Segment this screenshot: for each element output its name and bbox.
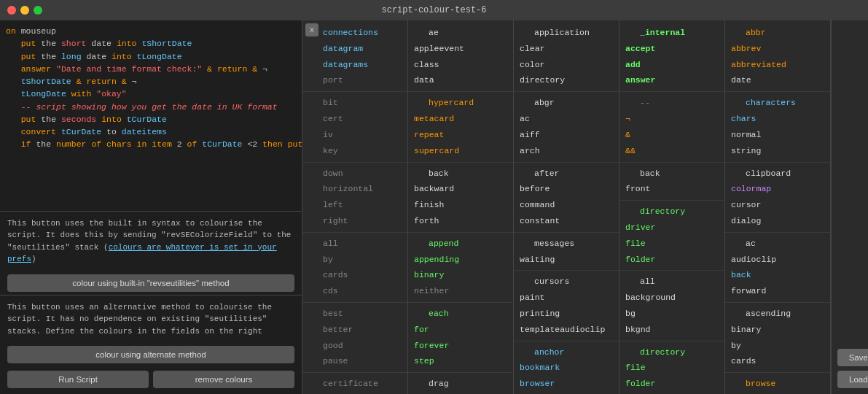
- list-item[interactable]: after: [514, 166, 619, 182]
- list-item[interactable]: normal: [725, 127, 830, 143]
- list-item[interactable]: datagrams: [302, 57, 407, 73]
- list-item[interactable]: abbreviated: [725, 57, 830, 73]
- list-item[interactable]: forward: [725, 283, 830, 299]
- list-item[interactable]: data: [408, 72, 513, 88]
- list-item[interactable]: front: [619, 181, 724, 197]
- list-item[interactable]: folder: [619, 252, 724, 268]
- list-item[interactable]: cursors: [514, 274, 619, 290]
- list-item[interactable]: arch: [514, 143, 619, 159]
- list-item[interactable]: abbr: [725, 25, 830, 41]
- list-item[interactable]: best: [302, 306, 407, 322]
- run-script-button[interactable]: Run Script: [7, 371, 149, 388]
- list-item[interactable]: directory: [619, 344, 724, 360]
- list-item[interactable]: appleevent: [408, 41, 513, 57]
- list-item[interactable]: &&: [619, 143, 724, 159]
- list-item[interactable]: cursor: [725, 197, 830, 213]
- list-item[interactable]: directory: [514, 72, 619, 88]
- list-item[interactable]: horizontal: [302, 181, 407, 197]
- list-item[interactable]: iv: [302, 127, 407, 143]
- window-controls[interactable]: [7, 6, 42, 15]
- list-item[interactable]: folder: [619, 376, 724, 392]
- list-item[interactable]: &: [619, 127, 724, 143]
- list-item[interactable]: forever: [408, 338, 513, 354]
- list-item[interactable]: good: [302, 338, 407, 354]
- list-item[interactable]: constant: [514, 213, 619, 229]
- list-item[interactable]: cds: [302, 283, 407, 299]
- remove-colours-button[interactable]: remove colours: [153, 371, 294, 388]
- list-item[interactable]: certificate: [302, 376, 407, 392]
- list-item[interactable]: cert: [302, 111, 407, 127]
- list-item[interactable]: audioclip: [725, 252, 830, 268]
- list-item[interactable]: cards: [725, 353, 830, 369]
- list-item[interactable]: pause: [302, 353, 407, 369]
- alternate-method-button[interactable]: colour using alternate method: [7, 346, 294, 363]
- close-button[interactable]: [7, 6, 16, 15]
- list-item[interactable]: cards: [302, 267, 407, 283]
- list-item[interactable]: dialog: [725, 213, 830, 229]
- list-item[interactable]: file: [619, 236, 724, 252]
- list-item[interactable]: clipboard: [725, 166, 830, 182]
- list-item[interactable]: date: [725, 72, 830, 88]
- list-item[interactable]: answer: [619, 72, 724, 88]
- minimize-button[interactable]: [20, 6, 29, 15]
- list-item[interactable]: back: [619, 166, 724, 182]
- list-item[interactable]: directory: [619, 204, 724, 220]
- list-item[interactable]: paint: [514, 290, 619, 306]
- x-button[interactable]: x: [305, 23, 318, 36]
- list-item[interactable]: finish: [408, 197, 513, 213]
- list-item[interactable]: for: [408, 322, 513, 338]
- list-item[interactable]: browser: [514, 376, 619, 392]
- list-item[interactable]: before: [514, 181, 619, 197]
- list-item[interactable]: port: [302, 72, 407, 88]
- list-item[interactable]: step: [408, 353, 513, 369]
- maximize-button[interactable]: [34, 6, 42, 15]
- list-item[interactable]: ascending: [725, 306, 830, 322]
- list-item[interactable]: browse: [725, 376, 830, 392]
- list-item[interactable]: command: [514, 197, 619, 213]
- list-item[interactable]: abgr: [514, 95, 619, 111]
- list-item[interactable]: forth: [408, 213, 513, 229]
- list-item[interactable]: key: [302, 143, 407, 159]
- list-item[interactable]: driver: [619, 220, 724, 236]
- list-item[interactable]: supercard: [408, 143, 513, 159]
- list-item[interactable]: right: [302, 213, 407, 229]
- list-item[interactable]: templateaudioclip: [514, 322, 619, 338]
- list-item[interactable]: ac: [514, 111, 619, 127]
- list-item[interactable]: file: [619, 360, 724, 376]
- list-item[interactable]: binary: [725, 322, 830, 338]
- list-item[interactable]: characters: [725, 95, 830, 111]
- code-editor[interactable]: on mouseup put the short date into tShor…: [0, 20, 302, 211]
- list-item[interactable]: each: [408, 306, 513, 322]
- list-item[interactable]: application: [514, 25, 619, 41]
- list-item[interactable]: bookmark: [514, 360, 619, 376]
- list-item[interactable]: printing: [514, 306, 619, 322]
- list-item[interactable]: binary: [408, 267, 513, 283]
- load-scheme-button[interactable]: Load Scheme: [837, 371, 868, 388]
- list-item[interactable]: string: [725, 143, 830, 159]
- list-item[interactable]: back: [408, 166, 513, 182]
- list-item[interactable]: all: [302, 236, 407, 252]
- save-scheme-button[interactable]: Save Scheme: [837, 349, 868, 366]
- list-item[interactable]: bit: [302, 95, 407, 111]
- list-item[interactable]: metacard: [408, 111, 513, 127]
- list-item[interactable]: appending: [408, 252, 513, 268]
- list-item[interactable]: color: [514, 57, 619, 73]
- list-item[interactable]: repeat: [408, 127, 513, 143]
- list-item[interactable]: by: [302, 252, 407, 268]
- list-item[interactable]: aiff: [514, 127, 619, 143]
- list-item[interactable]: ¬: [619, 111, 724, 127]
- list-item[interactable]: backward: [408, 181, 513, 197]
- list-item[interactable]: accept: [619, 41, 724, 57]
- list-item[interactable]: all: [619, 274, 724, 290]
- list-item[interactable]: drag: [408, 376, 513, 392]
- list-item[interactable]: datagram: [302, 41, 407, 57]
- list-item[interactable]: neither: [408, 283, 513, 299]
- list-item[interactable]: better: [302, 322, 407, 338]
- list-item[interactable]: class: [408, 57, 513, 73]
- list-item[interactable]: anchor: [514, 344, 619, 360]
- builtin-method-button[interactable]: colour using built-in "revseutilities" m…: [7, 274, 294, 292]
- list-item[interactable]: bkgnd: [619, 322, 724, 338]
- list-item[interactable]: back: [725, 267, 830, 283]
- list-item[interactable]: messages: [514, 236, 619, 252]
- list-item[interactable]: down: [302, 166, 407, 182]
